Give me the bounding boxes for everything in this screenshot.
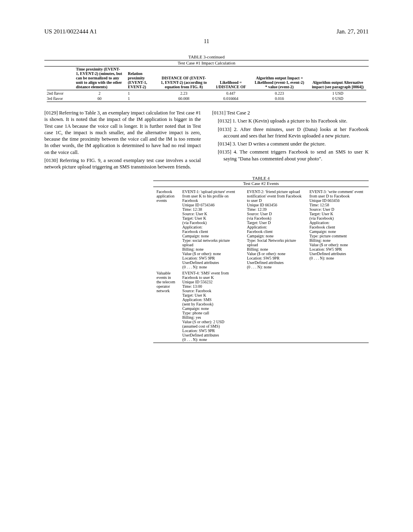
table-row: Valuable events in the telecom operator … bbox=[153, 270, 369, 343]
cell: 0.223 bbox=[252, 91, 307, 96]
row-label: 3rd flavor bbox=[44, 96, 73, 101]
cell: 2.23 bbox=[158, 91, 210, 96]
paragraph-0130: [0130] Referring to FIG. 9, a second exe… bbox=[44, 157, 201, 170]
table-3-title: TABLE 3-continued bbox=[44, 54, 369, 59]
event-2-cell: EVENT-2: 'friend picture upload notifica… bbox=[244, 189, 306, 270]
col-blank bbox=[44, 66, 73, 89]
table-4-wrapper: TABLE 4 Test Case #2 Events Facebook app… bbox=[153, 176, 369, 343]
cell: 1 bbox=[125, 96, 158, 101]
event-1-cell: EVENT-1: 'upload picture' event from use… bbox=[179, 189, 244, 270]
cell: 0.016 bbox=[252, 96, 307, 101]
table-row: 3rd flavor 60 1 60.008 0.016664 0.016 0 … bbox=[44, 96, 369, 101]
left-column: [0129] Referring to Table 3, an exemplar… bbox=[44, 110, 201, 172]
col-impact: Algorithm output Impact = Likelihood (ev… bbox=[252, 66, 307, 89]
right-column: [0131] Test Case 2 [0132] 1. User K (Kev… bbox=[212, 110, 369, 172]
col-distance: DISTANCE OF (EVENT-1, EVENT-2) (accordin… bbox=[158, 66, 210, 89]
table-header-row: Time proximity (EVENT-1, EVENT-2) (minut… bbox=[44, 66, 369, 89]
table-4-caption: Test Case #2 Events bbox=[153, 181, 369, 186]
paragraph-0133: [0133] 2. After three minutes, user D (D… bbox=[212, 126, 369, 139]
cell: 60.008 bbox=[158, 96, 210, 101]
col-time-proximity: Time proximity (EVENT-1, EVENT-2) (minut… bbox=[73, 66, 125, 89]
col-likelihood: Likelihood = 1/DISTANCE OF bbox=[210, 66, 252, 89]
empty-cell bbox=[244, 270, 306, 343]
patent-page: US 2011/0022444 A1 Jan. 27, 2011 11 TABL… bbox=[0, 0, 413, 367]
publication-number: US 2011/0022444 A1 bbox=[44, 28, 97, 35]
cell: 0.447 bbox=[210, 91, 252, 96]
row-label: Valuable events in the telecom operator … bbox=[153, 270, 179, 343]
paragraph-0131: [0131] Test Case 2 bbox=[212, 110, 369, 116]
table-3-caption: Test Case #1 Impact Calculation bbox=[44, 60, 369, 65]
table-4-grid: Facebook application events EVENT-1: 'up… bbox=[153, 189, 369, 343]
event-4-cell: EVENT-4: 'SMS' event from Facebook to us… bbox=[179, 270, 244, 343]
col-relation-proximity: Relation proximity (EVENT-1, EVENT-2) bbox=[125, 66, 158, 89]
table-3-grid: Time proximity (EVENT-1, EVENT-2) (minut… bbox=[44, 66, 369, 102]
paragraph-0129: [0129] Referring to Table 3, an exemplar… bbox=[44, 110, 201, 156]
col-alt-impact: Algorithm output Alternative impact (see… bbox=[307, 66, 369, 89]
row-label: Facebook application events bbox=[153, 189, 179, 270]
paragraph-0135: [0135] 4. The comment triggers Facebook … bbox=[212, 149, 369, 162]
event-3-cell: EVENT-3: 'write comment' event from user… bbox=[306, 189, 369, 270]
page-header: US 2011/0022444 A1 Jan. 27, 2011 bbox=[44, 28, 369, 35]
table-3: TABLE 3-continued Test Case #1 Impact Ca… bbox=[44, 54, 369, 102]
cell: 1 bbox=[125, 91, 158, 96]
publication-date: Jan. 27, 2011 bbox=[337, 28, 369, 35]
paragraph-0134: [0134] 3. User D writes a comment under … bbox=[212, 141, 369, 147]
body-columns: [0129] Referring to Table 3, an exemplar… bbox=[44, 110, 369, 172]
table-row: Facebook application events EVENT-1: 'up… bbox=[153, 189, 369, 270]
empty-cell bbox=[306, 270, 369, 343]
row-label: 2nd flavor bbox=[44, 91, 73, 96]
cell: 0.016664 bbox=[210, 96, 252, 101]
cell: 60 bbox=[73, 96, 125, 101]
paragraph-0132: [0132] 1. User K (Kevin) uploads a pictu… bbox=[212, 118, 369, 124]
cell: 1 USD bbox=[307, 91, 369, 96]
page-number: 11 bbox=[44, 38, 369, 45]
table-4-title: TABLE 4 bbox=[153, 176, 369, 181]
cell: 0 USD bbox=[307, 96, 369, 101]
table-row: 2nd flavor 2 1 2.23 0.447 0.223 1 USD bbox=[44, 91, 369, 96]
cell: 2 bbox=[73, 91, 125, 96]
